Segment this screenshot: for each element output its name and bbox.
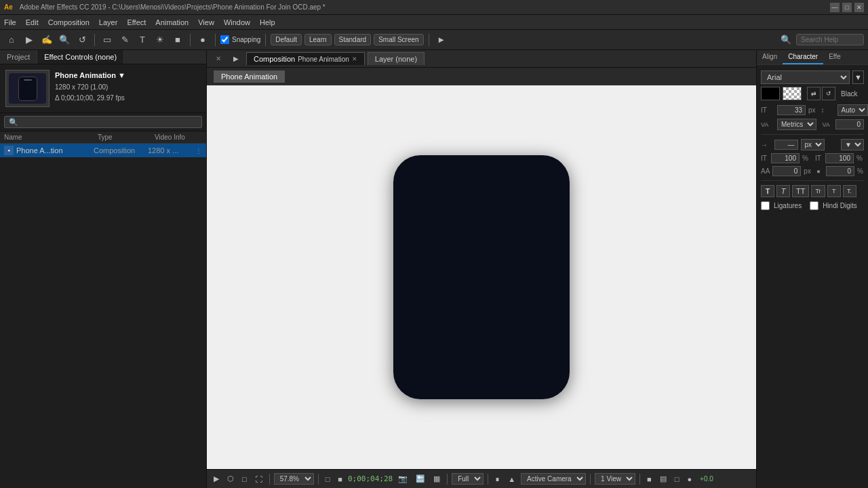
- pen-tool[interactable]: ✎: [117, 33, 132, 47]
- italic-button[interactable]: T: [776, 185, 790, 197]
- show-channel-button[interactable]: 🔙: [413, 474, 428, 483]
- menu-edit[interactable]: Edit: [26, 18, 39, 26]
- shape-tool[interactable]: ▭: [100, 33, 115, 47]
- layer-tab-btn[interactable]: Layer (none): [368, 52, 425, 65]
- fast-preview-button[interactable]: ■: [335, 475, 345, 483]
- camera-select[interactable]: Active Camera: [521, 473, 586, 485]
- header-type: Type: [98, 134, 152, 141]
- ligatures-label[interactable]: Ligatures: [774, 202, 802, 209]
- always-preview-button[interactable]: ▶: [211, 474, 222, 483]
- ligatures-checkbox[interactable]: [761, 201, 770, 210]
- horizontal-scale-input[interactable]: [771, 153, 800, 163]
- subscript-button[interactable]: T.: [843, 185, 856, 197]
- fast-previews-button[interactable]: ●: [684, 475, 694, 483]
- comp-panel-close[interactable]: ✕: [211, 52, 226, 66]
- snapping-label[interactable]: Snapping: [232, 36, 260, 43]
- panel-tabs: Project Effect Controls (none): [0, 50, 206, 64]
- align-tab[interactable]: Align: [757, 50, 783, 64]
- learn-workspace-button[interactable]: Learn: [304, 34, 332, 45]
- leading-right-select[interactable]: ▼: [841, 139, 864, 150]
- brush-tool[interactable]: ☀: [153, 33, 167, 47]
- auto-leading-select[interactable]: Auto: [837, 104, 868, 116]
- zoom-select[interactable]: 57.8%: [274, 473, 314, 485]
- maximize-button[interactable]: □: [842, 3, 852, 12]
- effect-tab[interactable]: Effe: [823, 50, 846, 64]
- comp-name-display: Phone Animation ▼: [55, 70, 125, 82]
- rotate-tool[interactable]: ↺: [75, 33, 90, 47]
- baseline-icon: AA: [761, 167, 770, 175]
- project-item-phone-animation[interactable]: ▪ Phone A...tion Composition 1280 x ... …: [0, 144, 206, 157]
- bold-button[interactable]: T: [761, 185, 774, 197]
- swap-colors-button[interactable]: ⇄: [807, 87, 821, 100]
- resolution-button[interactable]: □: [323, 475, 333, 483]
- stroke-color-swatch[interactable]: [783, 87, 802, 100]
- reset-exposure-button[interactable]: ▲: [505, 475, 518, 483]
- tracking-input[interactable]: [835, 119, 864, 129]
- default-workspace-button[interactable]: Default: [271, 34, 302, 45]
- composition-tab[interactable]: Composition Phone Animation ✕: [246, 52, 365, 65]
- item-options-icon: ⋮: [195, 147, 202, 155]
- minimize-button[interactable]: —: [830, 3, 840, 12]
- standard-workspace-button[interactable]: Standard: [334, 34, 372, 45]
- 3d-renderer-button[interactable]: □: [672, 475, 682, 483]
- hindi-digits-checkbox[interactable]: [810, 201, 818, 210]
- comp-panel-menu[interactable]: ▶: [229, 52, 243, 66]
- all-caps-button[interactable]: TT: [792, 185, 809, 197]
- reset-colors-button[interactable]: ↺: [822, 87, 835, 100]
- stamp-tool[interactable]: ■: [170, 33, 185, 47]
- render-video-button[interactable]: ▤: [657, 474, 669, 483]
- menu-view[interactable]: View: [198, 18, 214, 26]
- hand-tool[interactable]: ✍: [39, 33, 54, 47]
- horiz-scale-unit: %: [802, 155, 810, 162]
- vt-sep-6: [639, 474, 640, 485]
- hindi-digits-label[interactable]: Hindi Digits: [823, 202, 857, 209]
- transparency-grid-button[interactable]: ▦: [431, 474, 443, 483]
- menu-composition[interactable]: Composition: [48, 18, 90, 26]
- small-screen-workspace-button[interactable]: Small Screen: [374, 34, 423, 45]
- view-select[interactable]: 1 View: [595, 473, 635, 485]
- font-family-select[interactable]: Arial: [761, 70, 850, 84]
- region-interest-button[interactable]: ⛶: [252, 475, 265, 483]
- tsz-value-input[interactable]: [826, 166, 854, 176]
- menu-help[interactable]: Help: [260, 18, 275, 26]
- baseline-shift-input[interactable]: [772, 166, 801, 176]
- zoom-tool[interactable]: 🔍: [57, 33, 72, 47]
- comp-tab-close[interactable]: ✕: [352, 56, 357, 62]
- viewer-options-button[interactable]: ■: [644, 475, 654, 483]
- snapping-checkbox[interactable]: [220, 35, 229, 44]
- menu-window[interactable]: Window: [224, 18, 250, 26]
- breadcrumb-phone-animation[interactable]: Phone Animation: [214, 70, 285, 83]
- text-tool[interactable]: T: [135, 33, 150, 47]
- font-style-select-button[interactable]: ▼: [852, 70, 864, 84]
- selection-tool[interactable]: ▶: [22, 33, 37, 47]
- camera-snapshot-button[interactable]: 📷: [395, 474, 410, 483]
- menu-animation[interactable]: Animation: [155, 18, 189, 26]
- menu-file[interactable]: File: [4, 18, 16, 26]
- menu-effect[interactable]: Effect: [127, 18, 146, 26]
- project-search-input[interactable]: [4, 116, 202, 128]
- motion-blur-button[interactable]: ⬡: [224, 474, 237, 483]
- superscript-button[interactable]: T: [827, 185, 841, 197]
- search-input[interactable]: [796, 34, 864, 45]
- workspace-options-button[interactable]: ►: [434, 33, 449, 47]
- effect-controls-tab[interactable]: Effect Controls (none): [37, 50, 124, 64]
- fill-color-swatch[interactable]: [761, 87, 780, 100]
- vertical-scale-input[interactable]: [825, 153, 854, 163]
- menu-layer[interactable]: Layer: [99, 18, 118, 26]
- title-bar: Ae Adobe After Effects CC 2019 - C:\User…: [0, 0, 868, 15]
- kerning-select[interactable]: Metrics: [777, 119, 816, 130]
- leading-icon: →: [761, 141, 772, 148]
- puppet-tool[interactable]: ●: [195, 33, 210, 47]
- draft-3d-button[interactable]: □: [239, 475, 250, 483]
- font-size-input[interactable]: [777, 105, 806, 115]
- leading-unit-select[interactable]: px: [801, 139, 825, 150]
- project-tab[interactable]: Project: [0, 50, 37, 64]
- comp-flowchart-button[interactable]: ∎: [492, 474, 502, 483]
- small-caps-button[interactable]: Tr: [811, 185, 825, 197]
- close-button[interactable]: ✕: [854, 3, 864, 12]
- quality-select[interactable]: Full: [452, 473, 484, 485]
- window-controls[interactable]: — □ ✕: [830, 3, 864, 12]
- home-button[interactable]: ⌂: [4, 33, 19, 47]
- search-icon[interactable]: 🔍: [778, 33, 793, 47]
- character-tab[interactable]: Character: [783, 50, 823, 64]
